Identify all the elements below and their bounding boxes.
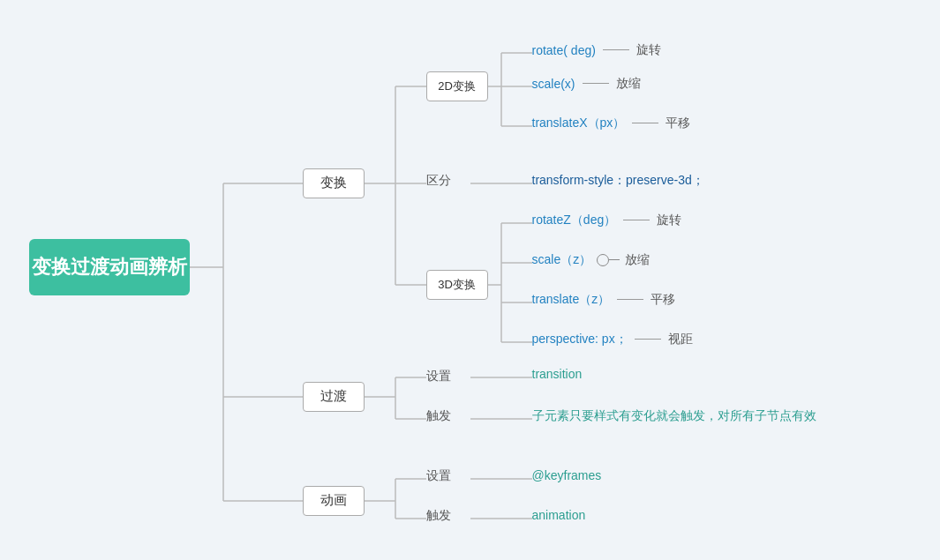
leaf-gd-shezhi: transition [532,367,583,381]
dash-3d-1 [623,220,650,220]
leaf-dh-shezhi: @keyframes [532,468,602,482]
leaf-2d-2-desc: 放缩 [616,76,641,92]
leaf-qufen-code: transform-style：preserve-3d； [532,173,704,189]
circle-dash-icon [597,254,620,266]
leaf-gd-chufa-code: 子元素只要样式有变化就会触发，对所有子节点有效 [532,408,816,424]
branch-donghua: 动画 [303,486,365,516]
branch-guodu: 过渡 [303,382,365,412]
dash-3d-3 [617,299,643,300]
leaf-3d-3-desc: 平移 [650,292,675,308]
leaf-3d-1: rotateZ（deg） 旋转 [532,213,682,228]
leaf-3d-4-code: perspective: px； [532,332,628,347]
dash-2d-1 [603,49,629,50]
leaf-2d-3-desc: 平移 [666,116,690,131]
root-label: 变换过渡动画辨析 [32,254,187,280]
guodu-label: 过渡 [320,388,347,405]
2d-label: 2D变换 [438,78,476,94]
dh-chufa-label: 触发 [426,508,451,524]
subbranch-dh-chufa: 触发 [426,508,451,524]
subbranch-2d: 2D变换 [426,71,488,101]
leaf-3d-2-code: scale（z） [532,252,592,268]
subbranch-dh-shezhi: 设置 [426,468,451,484]
branch-bianhuan: 变换 [303,168,365,198]
dash-2d-3 [632,123,658,123]
leaf-gd-shezhi-code: transition [532,367,583,381]
leaf-3d-4-desc: 视距 [668,332,693,347]
leaf-2d-3: translateX（px） 平移 [532,116,691,131]
leaf-3d-3-code: translate（z） [532,292,611,308]
mindmap: 变换过渡动画辨析 变换 过渡 动画 2D变换 区分 3D变换 设置 触发 设置 … [11,11,929,549]
leaf-3d-2-desc: 放缩 [625,252,650,268]
leaf-gd-chufa: 子元素只要样式有变化就会触发，对所有子节点有效 [532,408,816,424]
dash-2d-2 [583,83,609,84]
leaf-3d-1-desc: 旋转 [657,213,681,228]
leaf-3d-1-code: rotateZ（deg） [532,213,617,228]
subbranch-3d: 3D变换 [426,270,488,300]
leaf-dh-shezhi-code: @keyframes [532,468,602,482]
leaf-2d-1-code: rotate( deg) [532,43,596,57]
leaf-3d-4: perspective: px； 视距 [532,332,693,347]
subbranch-gd-shezhi: 设置 [426,369,451,385]
leaf-2d-1: rotate( deg) 旋转 [532,42,661,58]
gd-shezhi-label: 设置 [426,369,451,385]
leaf-2d-1-desc: 旋转 [636,42,661,58]
subbranch-gd-chufa: 触发 [426,408,451,424]
leaf-3d-3: translate（z） 平移 [532,292,676,308]
donghua-label: 动画 [320,492,347,509]
qufen-label: 区分 [426,173,451,189]
subbranch-qufen: 区分 [426,173,451,189]
leaf-dh-chufa-code: animation [532,508,586,522]
bianhuan-label: 变换 [320,175,347,191]
dash-3d-4 [635,339,661,340]
leaf-2d-2: scale(x) 放缩 [532,76,641,92]
leaf-2d-3-code: translateX（px） [532,116,626,131]
leaf-dh-chufa: animation [532,508,586,522]
dh-shezhi-label: 设置 [426,468,451,484]
leaf-qufen-1: transform-style：preserve-3d； [532,173,704,189]
leaf-3d-2: scale（z） 放缩 [532,252,650,268]
3d-label: 3D变换 [438,277,476,293]
root-node: 变换过渡动画辨析 [29,239,190,295]
leaf-2d-2-code: scale(x) [532,77,575,91]
gd-chufa-label: 触发 [426,408,451,424]
